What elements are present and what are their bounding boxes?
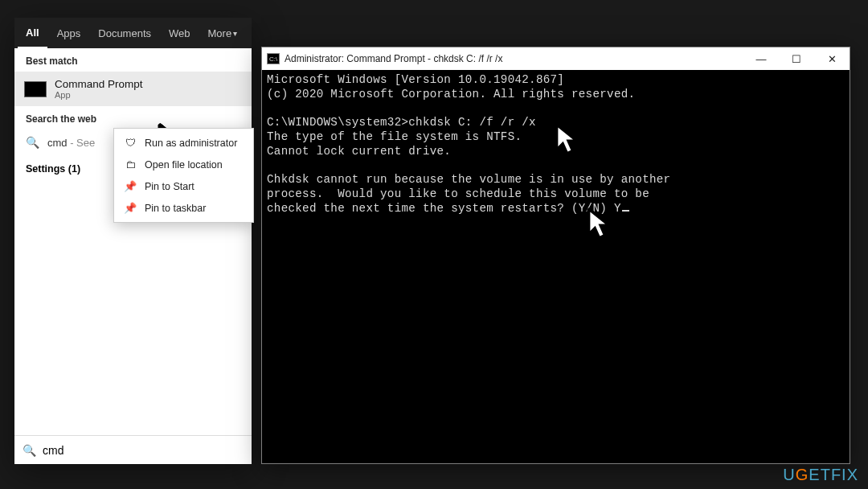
menu-pin-to-taskbar[interactable]: 📌 Pin to taskbar <box>114 197 253 219</box>
shield-icon: 🛡 <box>124 137 137 149</box>
window-title: Administrator: Command Prompt - chkdsk C… <box>285 53 502 64</box>
cmd-icon: C:\ <box>267 53 280 64</box>
console-output[interactable]: Microsoft Windows [Version 10.0.19042.86… <box>262 70 850 463</box>
close-button[interactable]: ✕ <box>814 47 850 70</box>
context-menu: 🛡 Run as administrator 🗀 Open file locat… <box>113 128 254 223</box>
search-icon: 🔍 <box>26 136 39 149</box>
web-result-suffix: - See <box>68 137 96 149</box>
search-input[interactable] <box>43 444 244 457</box>
console-line: The type of the file system is NTFS. <box>267 130 522 143</box>
menu-open-file-location[interactable]: 🗀 Open file location <box>114 154 253 175</box>
tab-more[interactable]: More ▾ <box>200 18 246 48</box>
search-panel: All Apps Documents Web More ▾ Best match… <box>14 18 252 464</box>
menu-pin-to-taskbar-label: Pin to taskbar <box>145 203 206 214</box>
text-cursor <box>622 210 629 212</box>
chevron-down-icon: ▾ <box>233 29 237 38</box>
watermark-post: ETFIX <box>809 466 858 483</box>
titlebar[interactable]: C:\ Administrator: Command Prompt - chkd… <box>262 47 850 70</box>
console-line: Cannot lock current drive. <box>267 145 451 158</box>
search-icon: 🔍 <box>23 444 36 457</box>
result-title: Command Prompt <box>55 78 143 90</box>
folder-icon: 🗀 <box>124 158 137 171</box>
menu-open-file-location-label: Open file location <box>145 159 223 171</box>
menu-pin-to-start-label: Pin to Start <box>145 181 194 192</box>
console-line: (c) 2020 Microsoft Corporation. All righ… <box>267 88 635 101</box>
console-line: Microsoft Windows [Version 10.0.19042.86… <box>267 73 564 86</box>
console-line: Chkdsk cannot run because the volume is … <box>267 173 670 186</box>
web-result-prefix: cmd <box>47 137 68 149</box>
window-controls: — ☐ ✕ <box>743 47 850 70</box>
cmd-window: C:\ Administrator: Command Prompt - chkd… <box>261 47 850 464</box>
tab-documents[interactable]: Documents <box>90 18 159 48</box>
maximize-button[interactable]: ☐ <box>779 47 814 70</box>
watermark-mid: G <box>796 466 809 483</box>
minimize-button[interactable]: — <box>743 47 779 70</box>
console-prompt: C:\WINDOWS\system32> <box>267 116 408 129</box>
search-web-header: Search the web <box>14 106 252 129</box>
result-subtitle: App <box>55 90 143 100</box>
watermark-pre: U <box>783 466 795 483</box>
console-answer: Y <box>614 202 621 215</box>
command-prompt-icon <box>24 81 47 97</box>
pin-icon: 📌 <box>124 202 137 214</box>
result-command-prompt[interactable]: Command Prompt App <box>14 72 252 106</box>
console-line: checked the next time the system restart… <box>267 202 614 215</box>
pin-icon: 📌 <box>124 180 137 192</box>
console-line: process. Would you like to schedule this… <box>267 187 649 200</box>
menu-run-as-admin-label: Run as administrator <box>145 138 237 149</box>
menu-pin-to-start[interactable]: 📌 Pin to Start <box>114 175 253 197</box>
watermark: UGETFIX <box>783 466 858 484</box>
console-command: chkdsk C: /f /r /x <box>408 116 536 129</box>
menu-run-as-admin[interactable]: 🛡 Run as administrator <box>114 132 253 154</box>
best-match-header: Best match <box>14 48 252 72</box>
tab-apps[interactable]: Apps <box>49 18 89 48</box>
search-tabs: All Apps Documents Web More ▾ <box>14 18 252 48</box>
tab-all[interactable]: All <box>18 18 47 48</box>
tab-web[interactable]: Web <box>161 18 199 48</box>
search-input-bar: 🔍 <box>14 435 252 464</box>
tab-more-label: More <box>208 27 232 39</box>
